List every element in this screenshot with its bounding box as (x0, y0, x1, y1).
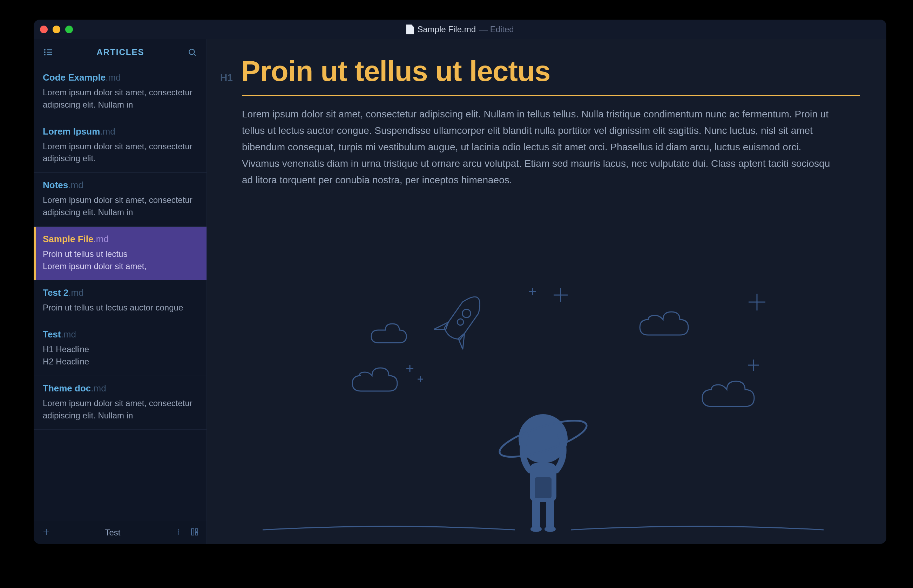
illustration (207, 278, 886, 544)
close-window-button[interactable] (40, 26, 48, 33)
file-item-name: Test.md (43, 329, 197, 340)
svg-point-21 (544, 526, 556, 532)
svg-point-6 (189, 49, 194, 54)
svg-point-10 (178, 529, 179, 530)
file-item-name: Sample File.md (43, 234, 197, 245)
file-item[interactable]: Theme doc.mdLorem ipsum dolor sit amet, … (34, 376, 207, 430)
file-item-name: Test 2.md (43, 288, 197, 298)
sidebar-header: ARTICLES (34, 39, 207, 65)
file-item[interactable]: Sample File.mdProin ut tellus ut lectus … (34, 227, 207, 281)
file-item-preview: Proin ut tellus ut lectus Lorem ipsum do… (43, 248, 197, 273)
file-item-preview: Lorem ipsum dolor sit amet, consectetur … (43, 397, 197, 422)
svg-point-5 (44, 54, 45, 55)
file-item-name: Theme doc.md (43, 383, 197, 394)
file-item-name: Code Example.md (43, 72, 197, 83)
svg-rect-14 (195, 529, 198, 531)
file-item-name: Lorem Ipsum.md (43, 126, 197, 137)
document-icon (406, 24, 414, 34)
file-item-name: Notes.md (43, 180, 197, 191)
sidebar-title: ARTICLES (97, 47, 144, 57)
heading-row: H1 Proin ut tellus ut lectus (220, 55, 860, 87)
file-item-preview: Lorem ipsum dolor sit amet, consectetur … (43, 141, 197, 165)
sidebar-footer: Test (34, 521, 207, 544)
file-item[interactable]: Test 2.mdProin ut tellus ut lectus aucto… (34, 280, 207, 322)
heading-underline (242, 95, 860, 96)
minimize-window-button[interactable] (53, 26, 60, 33)
svg-point-3 (44, 49, 45, 50)
svg-point-20 (531, 526, 542, 532)
search-icon[interactable] (188, 48, 197, 57)
fullscreen-window-button[interactable] (65, 26, 73, 33)
heading-text[interactable]: Proin ut tellus ut lectus (241, 55, 550, 87)
window-filename: Sample File.md (417, 24, 476, 34)
svg-point-23 (456, 317, 465, 326)
sidebar: ARTICLES Code Example.mdLorem ipsum dolo… (34, 39, 207, 544)
more-options-icon[interactable] (172, 528, 185, 538)
svg-point-4 (44, 52, 45, 52)
file-item[interactable]: Code Example.mdLorem ipsum dolor sit ame… (34, 65, 207, 119)
svg-rect-13 (191, 529, 194, 535)
titlebar: Sample File.md — Edited (34, 19, 886, 39)
file-item[interactable]: Test.mdH1 Headline H2 Headline (34, 322, 207, 376)
svg-point-11 (178, 531, 179, 532)
file-item[interactable]: Notes.mdLorem ipsum dolor sit amet, cons… (34, 173, 207, 227)
heading-level-marker: H1 (220, 72, 233, 83)
file-item-preview: H1 Headline H2 Headline (43, 343, 197, 368)
file-item[interactable]: Lorem Ipsum.mdLorem ipsum dolor sit amet… (34, 119, 207, 173)
svg-rect-15 (195, 533, 198, 535)
list-icon[interactable] (44, 47, 53, 57)
file-item-preview: Proin ut tellus ut lectus auctor congue (43, 302, 197, 314)
app-window: Sample File.md — Edited ARTICLES Code Ex… (34, 19, 886, 544)
svg-point-22 (461, 308, 472, 319)
add-file-button[interactable] (39, 526, 53, 539)
window-edited-status: — Edited (479, 24, 514, 34)
file-item-preview: Lorem ipsum dolor sit amet, consectetur … (43, 194, 197, 219)
sidebar-footer-label[interactable]: Test (57, 528, 168, 538)
svg-rect-19 (535, 477, 552, 498)
window-title: Sample File.md — Edited (34, 24, 886, 34)
svg-line-7 (194, 54, 196, 56)
app-body: ARTICLES Code Example.mdLorem ipsum dolo… (34, 39, 886, 544)
paragraph-text[interactable]: Lorem ipsum dolor sit amet, consectetur … (242, 106, 838, 188)
file-item-preview: Lorem ipsum dolor sit amet, consectetur … (43, 87, 197, 111)
window-controls (40, 26, 73, 33)
file-list: Code Example.mdLorem ipsum dolor sit ame… (34, 65, 207, 521)
editor-pane[interactable]: H1 Proin ut tellus ut lectus Lorem ipsum… (207, 39, 886, 544)
layout-icon[interactable] (188, 528, 201, 538)
svg-point-12 (178, 533, 179, 535)
